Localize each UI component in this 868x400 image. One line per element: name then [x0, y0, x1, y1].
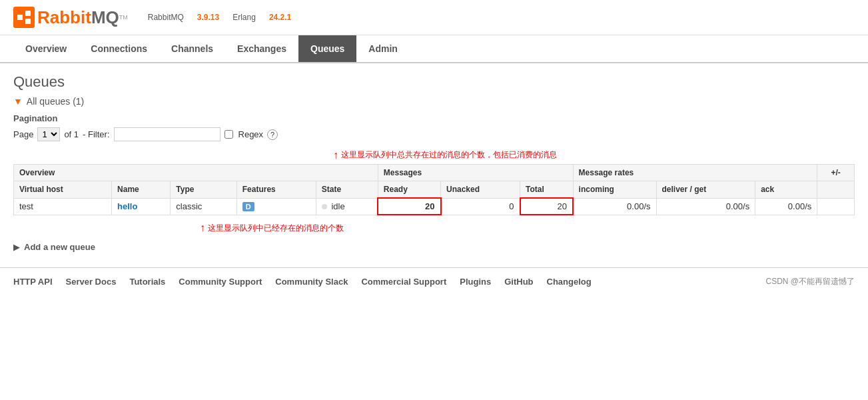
nav-queues[interactable]: Queues — [298, 35, 356, 62]
footer-server-docs[interactable]: Server Docs — [66, 277, 117, 287]
cell-ack: 0.00/s — [755, 198, 817, 215]
add-queue-arrow: ▶ — [13, 242, 20, 252]
regex-label: Regex — [238, 129, 264, 139]
logo-tm: TM — [119, 14, 128, 21]
table-row: test hello classic D idle 20 0 20 0.00/s… — [14, 198, 855, 215]
app-header: RabbitMQTM RabbitMQ 3.9.13 Erlang 24.2.1 — [0, 0, 868, 35]
footer-changelog[interactable]: Changelog — [547, 277, 592, 287]
footer-community-support[interactable]: Community Support — [179, 277, 262, 287]
annotation-bottom: 这里显示队列中已经存在的消息的个数 — [208, 223, 344, 234]
svg-rect-1 — [25, 11, 31, 16]
annotation-arrow-top: ↑ — [333, 149, 338, 161]
cell-deliver-get: 0.00/s — [656, 198, 755, 215]
col-name: Name — [112, 181, 171, 199]
col-vhost: Virtual host — [14, 181, 112, 199]
rabbitmq-version-value: 3.9.13 — [197, 13, 219, 22]
cell-total: 20 — [520, 198, 574, 215]
cell-state: idle — [316, 198, 378, 215]
erlang-value: 24.2.1 — [269, 13, 291, 22]
col-unacked: Unacked — [441, 181, 520, 199]
col-header-row: Virtual host Name Type Features State Re… — [14, 181, 855, 199]
main-content: Queues ▼ All queues (1) Pagination Page … — [0, 63, 868, 267]
col-state: State — [316, 181, 378, 199]
cell-name[interactable]: hello — [112, 198, 171, 215]
logo-icon — [13, 7, 35, 28]
pagination-section: Pagination Page 1 of 1 - Filter: Regex ? — [13, 113, 855, 141]
group-messages: Messages — [378, 165, 573, 181]
of-label: of 1 — [64, 129, 79, 139]
nav-connections[interactable]: Connections — [79, 35, 159, 62]
footer-commercial-support[interactable]: Commercial Support — [361, 277, 446, 287]
page-label: Page — [13, 129, 33, 139]
annotation-arrow-bottom: ↑ — [200, 222, 205, 234]
cell-unacked: 0 — [441, 198, 520, 215]
col-total: Total — [520, 181, 574, 199]
nav-exchanges[interactable]: Exchanges — [225, 35, 298, 62]
nav-overview[interactable]: Overview — [13, 35, 79, 62]
erlang-label: Erlang — [232, 13, 256, 22]
logo: RabbitMQTM — [13, 7, 128, 28]
footer-tutorials[interactable]: Tutorials — [129, 277, 165, 287]
add-queue-label: Add a new queue — [24, 242, 95, 252]
cell-incoming: 0.00/s — [573, 198, 656, 215]
version-info: RabbitMQ 3.9.13 Erlang 24.2.1 — [148, 13, 291, 22]
footer-credit: CSDN @不能再留遗憾了 — [765, 276, 855, 287]
plus-minus-btn[interactable]: +/- — [817, 165, 855, 181]
cell-vhost: test — [14, 198, 112, 215]
col-type: Type — [171, 181, 236, 199]
pagination-controls: Page 1 of 1 - Filter: Regex ? — [13, 127, 855, 141]
help-icon[interactable]: ? — [267, 129, 278, 140]
queues-table: Overview Messages Message rates +/- Virt… — [13, 164, 855, 215]
add-queue-section[interactable]: ▶ Add a new queue — [13, 237, 855, 257]
page-title: Queues — [13, 73, 855, 91]
col-extra — [817, 181, 855, 199]
cell-ready: 20 — [378, 198, 440, 215]
section-arrow: ▼ — [13, 96, 23, 107]
logo-text-rabbit: Rabbit — [37, 7, 91, 28]
state-text: idle — [331, 201, 344, 211]
footer-github[interactable]: GitHub — [504, 277, 533, 287]
state-dot — [322, 204, 327, 209]
col-ready: Ready — [378, 181, 440, 199]
nav-channels[interactable]: Channels — [159, 35, 225, 62]
svg-rect-2 — [25, 19, 31, 24]
logo-text-mq: MQ — [91, 7, 119, 28]
footer-community-slack[interactable]: Community Slack — [275, 277, 348, 287]
filter-input[interactable] — [114, 127, 220, 141]
cell-type: classic — [171, 198, 236, 215]
section-label: All queues (1) — [27, 96, 84, 107]
svg-rect-0 — [17, 15, 23, 20]
cell-features: D — [236, 198, 316, 215]
nav-admin[interactable]: Admin — [356, 35, 410, 62]
footer-http-api[interactable]: HTTP API — [13, 277, 53, 287]
filter-label: - Filter: — [83, 129, 109, 139]
group-rates: Message rates — [573, 165, 817, 181]
main-nav: Overview Connections Channels Exchanges … — [0, 35, 868, 63]
col-features: Features — [236, 181, 316, 199]
group-header-row: Overview Messages Message rates +/- — [14, 165, 855, 181]
group-overview: Overview — [14, 165, 378, 181]
rabbitmq-version-label: RabbitMQ — [148, 13, 184, 22]
feature-badge: D — [242, 202, 254, 211]
regex-checkbox[interactable] — [224, 130, 233, 139]
col-ack: ack — [755, 181, 817, 199]
pagination-label: Pagination — [13, 113, 855, 123]
col-incoming: incoming — [573, 181, 656, 199]
annotation-top: 这里显示队列中总共存在过的消息的个数，包括已消费的消息 — [341, 149, 557, 161]
all-queues-header: ▼ All queues (1) — [13, 96, 855, 107]
footer: HTTP API Server Docs Tutorials Community… — [0, 267, 868, 295]
page-select[interactable]: 1 — [37, 127, 60, 141]
footer-plugins[interactable]: Plugins — [460, 277, 491, 287]
cell-extra — [817, 198, 855, 215]
col-deliver-get: deliver / get — [656, 181, 755, 199]
